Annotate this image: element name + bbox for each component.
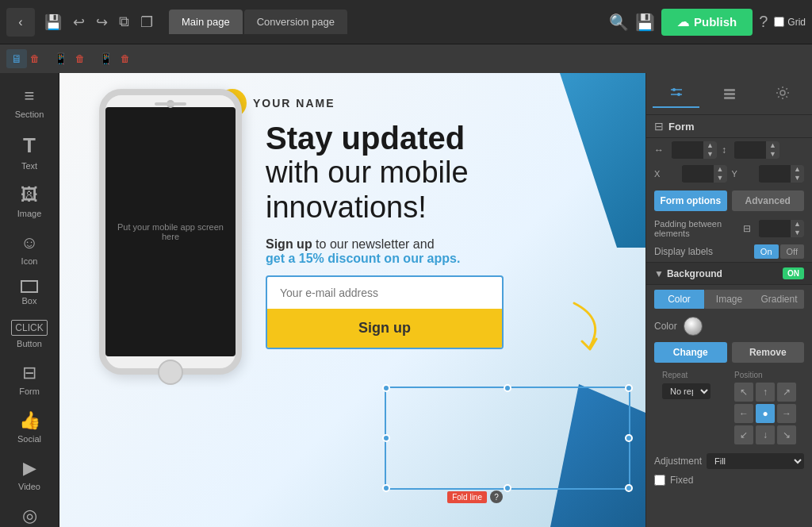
rs-header <box>646 73 812 115</box>
sidebar-item-section[interactable]: ≡ Section <box>4 79 55 125</box>
width-input[interactable]: 320 <box>672 142 703 158</box>
copy-icon[interactable]: ⧉ <box>116 10 132 34</box>
tab-conversion-page[interactable]: Conversion page <box>244 10 347 34</box>
rs-dimensions: ↔ 320 ▲ ▼ ↕ 600 ▲ ▼ <box>646 138 812 162</box>
drag-handle-ml[interactable] <box>382 434 390 442</box>
height-input[interactable]: 600 <box>734 142 766 158</box>
email-input[interactable] <box>267 277 502 309</box>
pos-bl[interactable]: ↙ <box>734 425 753 444</box>
pos-br[interactable]: ↘ <box>777 425 796 444</box>
drag-handle-tm[interactable] <box>504 384 511 392</box>
mobile-delete[interactable]: 🗑 <box>121 53 130 64</box>
advanced-button[interactable]: Advanced <box>732 190 805 211</box>
search-icon[interactable]: 🔍 <box>609 13 629 32</box>
duplicate-icon[interactable]: ❐ <box>137 10 156 34</box>
pos-bc[interactable]: ↓ <box>756 425 775 444</box>
width-spinbox[interactable]: 320 ▲ ▼ <box>672 141 717 159</box>
rs-repeat-position: Repeat No repeat Position ↖ ↑ ↗ ← ● → ↙ <box>646 366 812 451</box>
change-button[interactable]: Change <box>654 342 727 363</box>
tablet-button[interactable]: 📱 <box>49 49 72 68</box>
redo-icon[interactable]: ↪ <box>93 10 111 34</box>
save-icon[interactable]: 💾 <box>41 10 65 34</box>
adjustment-select[interactable]: Fill <box>707 453 804 469</box>
height-spinbox[interactable]: 600 ▲ ▼ <box>734 141 779 159</box>
pos-tc[interactable]: ↑ <box>756 383 775 402</box>
y-input[interactable]: 50 <box>759 166 791 182</box>
pos-tl[interactable]: ↖ <box>734 383 753 402</box>
canvas-area[interactable]: ♥ YOUR NAME Put your mobile app screen h… <box>59 73 645 527</box>
desktop-button[interactable]: 🖥 <box>6 49 27 68</box>
grid-toggle[interactable]: Grid <box>774 17 806 28</box>
y-spinbox[interactable]: 50 ▲ ▼ <box>759 165 804 183</box>
rs-layers-tab[interactable] <box>706 79 753 108</box>
repeat-select[interactable]: No repeat <box>662 383 710 399</box>
back-button[interactable]: ‹ <box>6 8 35 37</box>
background-on-badge: ON <box>783 267 804 279</box>
publish-button[interactable]: ☁ Publish <box>661 9 753 36</box>
fixed-checkbox[interactable] <box>654 475 665 486</box>
sidebar-item-form[interactable]: ⊟ Form <box>4 356 55 402</box>
subheadline2: innovations! <box>266 190 630 225</box>
signup-button[interactable]: Sign up <box>267 309 502 348</box>
undo-icon[interactable]: ↩ <box>70 10 88 34</box>
width-down[interactable]: ▼ <box>703 150 717 159</box>
sidebar-item-counter[interactable]: ◎ Counter <box>4 499 55 527</box>
tab-main-page[interactable]: Main page <box>169 10 243 34</box>
tablet-delete[interactable]: 🗑 <box>75 53 85 64</box>
sidebar-item-text[interactable]: T Text <box>4 127 55 177</box>
desktop-group: 🖥 🗑 <box>6 49 40 68</box>
sidebar-label-button: Button <box>17 339 42 348</box>
x-down[interactable]: ▼ <box>714 174 727 183</box>
toggle-off[interactable]: Off <box>780 244 804 259</box>
x-up[interactable]: ▲ <box>714 165 727 174</box>
help-icon[interactable]: ? <box>759 13 768 31</box>
sidebar-item-box[interactable]: Box <box>4 274 55 312</box>
drag-handle-bl[interactable] <box>382 484 390 492</box>
left-sidebar: ≡ Section T Text 🖼 Image ☺ Icon Box CLIC… <box>0 73 59 527</box>
page-tabs: Main page Conversion page <box>169 10 347 34</box>
sidebar-item-social[interactable]: 👍 Social <box>4 404 55 450</box>
disk-icon[interactable]: 💾 <box>635 13 655 32</box>
sidebar-item-button[interactable]: CLICK Button <box>4 314 55 355</box>
drag-handle-tl[interactable] <box>382 384 390 392</box>
drag-handle-bm[interactable] <box>504 484 511 492</box>
bg-tab-image[interactable]: Image <box>704 290 754 309</box>
pos-mc[interactable]: ● <box>756 404 775 423</box>
form-options-button[interactable]: Form options <box>654 190 727 211</box>
padding-up[interactable]: ▲ <box>791 220 804 229</box>
bg-tab-color[interactable]: Color <box>654 290 704 309</box>
padding-down[interactable]: ▼ <box>791 229 804 237</box>
logo-text: YOUR NAME <box>253 97 335 110</box>
height-down[interactable]: ▼ <box>766 150 779 159</box>
y-down[interactable]: ▼ <box>791 174 804 183</box>
rs-settings-tab[interactable] <box>759 79 806 108</box>
color-swatch[interactable] <box>684 317 703 336</box>
main-area: ≡ Section T Text 🖼 Image ☺ Icon Box CLIC… <box>0 73 812 527</box>
pos-ml[interactable]: ← <box>734 404 753 423</box>
remove-button[interactable]: Remove <box>732 342 805 363</box>
x-spinbox[interactable]: 0 ▲ ▼ <box>682 165 727 183</box>
fold-line-question[interactable]: ? <box>490 490 503 503</box>
pos-tr[interactable]: ↗ <box>777 383 796 402</box>
icon-icon: ☺ <box>21 233 38 253</box>
sidebar-item-image[interactable]: 🖼 Image <box>4 179 55 225</box>
mobile-button[interactable]: 📱 <box>94 49 117 68</box>
height-up[interactable]: ▲ <box>766 141 779 150</box>
desktop-delete[interactable]: 🗑 <box>30 53 40 64</box>
sidebar-label-icon: Icon <box>21 256 38 266</box>
padding-spinbox[interactable]: 15 ▲ ▼ <box>759 220 804 237</box>
bg-tab-gradient[interactable]: Gradient <box>754 290 804 309</box>
sidebar-item-video[interactable]: ▶ Video <box>4 452 55 498</box>
bg-chevron-icon[interactable]: ▼ <box>654 268 664 279</box>
sidebar-item-icon[interactable]: ☺ Icon <box>4 226 55 272</box>
rs-sliders-tab[interactable] <box>653 79 699 108</box>
pos-mr[interactable]: → <box>777 404 796 423</box>
toggle-on[interactable]: On <box>754 244 779 259</box>
x-input[interactable]: 0 <box>682 166 714 182</box>
drag-handle-tr[interactable] <box>625 384 633 392</box>
y-up[interactable]: ▲ <box>791 165 804 174</box>
width-up[interactable]: ▲ <box>703 141 717 150</box>
right-sidebar: ⊟ Form ↔ 320 ▲ ▼ ↕ 600 ▲ ▼ <box>645 73 812 527</box>
grid-checkbox[interactable] <box>774 17 784 27</box>
padding-input[interactable]: 15 <box>759 221 791 237</box>
